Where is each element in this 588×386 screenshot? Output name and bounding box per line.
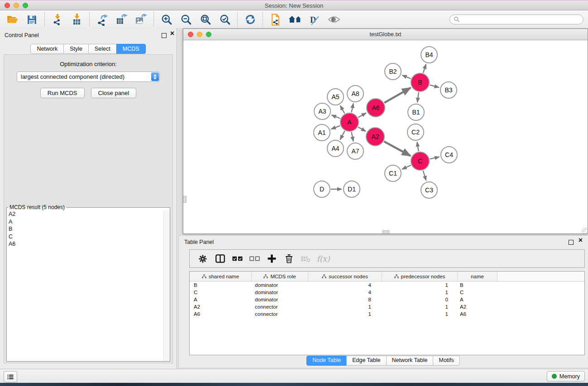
graph-node-C2[interactable]: C2 [407, 124, 424, 141]
graph-node-A4[interactable]: A4 [327, 140, 344, 157]
graph-node-B1[interactable]: B1 [407, 104, 425, 121]
table-row[interactable]: A2connector11A2 [190, 303, 584, 310]
graph-node-C3[interactable]: C3 [421, 181, 438, 199]
column-header-shared-name[interactable]: shared name [190, 272, 252, 281]
annotation-icon[interactable]: D [305, 11, 324, 28]
graph-node-A[interactable]: A [340, 113, 359, 132]
graph-node-D[interactable]: D [313, 181, 330, 198]
gear-icon[interactable] [194, 254, 211, 263]
column-header-name[interactable]: name [458, 272, 497, 281]
function-builder-icon[interactable]: f(x) [315, 254, 332, 263]
search-input[interactable] [462, 15, 583, 24]
zoom-in-icon[interactable] [157, 11, 176, 28]
horizontal-scroll-indicator[interactable] [382, 230, 389, 234]
export-table-icon[interactable] [112, 11, 131, 28]
task-history-button[interactable] [4, 371, 17, 382]
close-panel-icon[interactable]: × [170, 30, 174, 37]
close-window-icon[interactable] [188, 32, 193, 37]
graph-node-A2[interactable]: A2 [366, 127, 385, 146]
table-row[interactable]: A6connector11A6 [190, 310, 584, 318]
zoom-window-icon[interactable] [206, 32, 211, 37]
graph-edge-A-A8[interactable] [351, 104, 353, 113]
graph-node-C4[interactable]: C4 [440, 146, 458, 163]
memory-button[interactable]: Memory [547, 371, 585, 381]
close-panel-icon[interactable]: × [578, 237, 583, 244]
result-list-item[interactable]: C [7, 233, 170, 241]
search-box[interactable] [449, 14, 583, 24]
export-image-icon[interactable] [131, 11, 151, 28]
float-panel-icon[interactable] [162, 33, 167, 38]
graph-edge-A-A3[interactable] [331, 115, 340, 119]
network-canvas[interactable]: B4B2BB3A8A5A6A3B1AA1C2A2A4A7C4CC1C3DD1 [183, 40, 588, 234]
graph-node-B4[interactable]: B4 [421, 46, 438, 63]
result-scrollbar[interactable] [163, 210, 170, 361]
deselect-all-icon[interactable] [246, 256, 263, 261]
optimization-dropdown[interactable]: largest connected component (directed) [17, 71, 160, 82]
homes-icon[interactable] [285, 11, 305, 28]
graph-edge-C-C2[interactable] [417, 142, 418, 152]
result-list-item[interactable]: A6 [7, 240, 170, 248]
zoom-selected-icon[interactable] [215, 11, 234, 28]
result-list-item[interactable]: A [7, 218, 170, 226]
graph-node-A7[interactable]: A7 [347, 143, 364, 160]
column-header-predecessor-nodes[interactable]: predecessor nodes [382, 272, 458, 281]
table-row[interactable]: Bdominator41B [190, 281, 584, 289]
run-mcds-button[interactable]: Run MCDS [40, 88, 85, 98]
result-list-item[interactable]: A2 [7, 210, 170, 218]
graph-edge-B-B4[interactable] [423, 64, 426, 73]
export-network-icon[interactable] [92, 11, 112, 28]
tab-motifs[interactable]: Motifs [433, 356, 459, 366]
save-icon[interactable] [22, 11, 42, 28]
graph-edge-C-C1[interactable] [402, 165, 411, 169]
close-panel-button[interactable]: Close panel [91, 88, 137, 98]
graph-node-D1[interactable]: D1 [343, 181, 360, 198]
columns-icon[interactable] [211, 254, 229, 263]
tab-network-table[interactable]: Network Table [386, 356, 434, 366]
graph-edge-A-A1[interactable] [331, 126, 340, 129]
graph-node-C1[interactable]: C1 [384, 165, 402, 182]
graph-edge-A6-B[interactable] [384, 88, 411, 103]
table-row[interactable]: Cdominator41C [190, 289, 584, 296]
tab-style[interactable]: Style [63, 44, 89, 54]
minimize-window-icon[interactable] [197, 32, 202, 37]
graph-edge-B-B2[interactable] [402, 75, 411, 79]
open-folder-icon[interactable] [3, 11, 22, 28]
eye-icon[interactable] [324, 11, 344, 28]
import-network-icon[interactable] [48, 11, 67, 28]
vertical-scroll-indicator[interactable] [183, 196, 186, 203]
graph-node-A5[interactable]: A5 [327, 88, 344, 105]
graph-node-B[interactable]: B [411, 73, 430, 92]
delete-icon[interactable] [280, 254, 297, 263]
graph-node-B2[interactable]: B2 [384, 63, 402, 80]
tab-select[interactable]: Select [88, 44, 117, 54]
resize-grip[interactable] [582, 228, 588, 234]
graph-edge-A-A4[interactable] [340, 131, 344, 139]
graph-edge-B-B3[interactable] [430, 85, 439, 88]
delete-table-icon[interactable] [297, 255, 315, 262]
duplicate-network-icon[interactable] [266, 11, 285, 28]
graph-edge-C-C4[interactable] [430, 157, 440, 159]
column-header-MCDS-role[interactable]: MCDS role [252, 272, 308, 281]
tab-network[interactable]: Network [30, 44, 64, 54]
zoom-out-icon[interactable] [176, 11, 196, 28]
graph-node-B3[interactable]: B3 [440, 81, 457, 99]
graph-node-C[interactable]: C [411, 152, 430, 171]
zoom-fit-icon[interactable] [196, 11, 215, 28]
graph-node-A1[interactable]: A1 [313, 124, 330, 141]
graph-node-A6[interactable]: A6 [366, 98, 385, 117]
tab-node-table[interactable]: Node Table [306, 356, 347, 366]
add-icon[interactable] [263, 254, 280, 263]
node-table[interactable]: shared nameMCDS rolesuccessor nodesprede… [189, 271, 585, 355]
import-table-icon[interactable] [67, 11, 86, 28]
refresh-icon[interactable] [240, 11, 260, 28]
graph-edge-B-B1[interactable] [417, 92, 419, 102]
select-all-icon[interactable] [229, 256, 246, 261]
column-header-successor-nodes[interactable]: successor nodes [308, 272, 382, 281]
graph-edge-A-A6[interactable] [358, 113, 366, 118]
graph-node-A3[interactable]: A3 [314, 103, 331, 120]
zoom-window-icon[interactable] [23, 3, 28, 8]
graph-edge-C-C3[interactable] [423, 171, 426, 181]
minimize-window-icon[interactable] [14, 3, 19, 8]
graph-edge-A2-C[interactable] [384, 142, 411, 156]
float-panel-icon[interactable] [569, 240, 574, 245]
